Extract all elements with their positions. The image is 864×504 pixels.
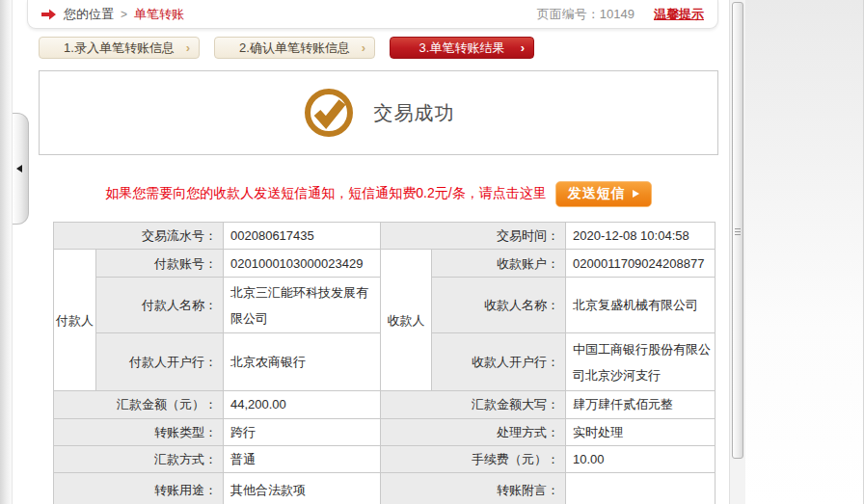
location-arrow-icon bbox=[41, 9, 56, 20]
step-tab-label: 1.录入单笔转账信息 bbox=[64, 40, 175, 57]
warm-tips-link[interactable]: 温馨提示 bbox=[654, 6, 704, 23]
transfer-step-tabs: 1.录入单笔转账信息 2.确认单笔转账信息 3.单笔转账结果 bbox=[39, 37, 534, 59]
payer-bank-value: 北京农商银行 bbox=[224, 333, 381, 391]
collapse-arrow-icon bbox=[16, 165, 22, 172]
chevron-right-icon bbox=[186, 40, 190, 53]
sms-notice-text: 如果您需要向您的收款人发送短信通知，短信通知费0.2元/条，请点击这里 bbox=[105, 185, 546, 202]
transaction-status-text: 交易成功 bbox=[374, 100, 455, 126]
table-row: 汇款方式： 普通 手续费（元）： 10.00 bbox=[54, 445, 716, 472]
payee-bank-value: 中国工商银行股份有限公司北京沙河支行 bbox=[566, 333, 716, 391]
transfer-type-value: 跨行 bbox=[224, 418, 381, 445]
fee-label: 手续费（元）： bbox=[381, 445, 566, 472]
page-number-label: 页面编号：10149 bbox=[537, 6, 634, 23]
sms-notice-row: 如果您需要向您的收款人发送短信通知，短信通知费0.2元/条，请点击这里 发送短信 bbox=[39, 179, 718, 208]
amount-label: 汇款金额（元）： bbox=[54, 391, 224, 418]
payer-account-label: 付款账号： bbox=[96, 250, 224, 278]
purpose-label: 转账用途： bbox=[54, 473, 224, 504]
fee-value: 10.00 bbox=[566, 445, 716, 472]
payer-account-value: 0201000103000023429 bbox=[224, 250, 381, 278]
success-check-icon bbox=[303, 87, 355, 139]
step-tab-label: 2.确认单笔转账信息 bbox=[239, 40, 350, 57]
payer-group-header: 付款人 bbox=[54, 250, 96, 391]
amount-words-label: 汇款金额大写： bbox=[381, 391, 566, 418]
process-mode-value: 实时处理 bbox=[566, 418, 716, 445]
remit-method-label: 汇款方式： bbox=[54, 445, 224, 472]
sidebar-collapse-handle[interactable] bbox=[13, 113, 29, 225]
scrollbar-grip-icon bbox=[735, 226, 741, 237]
amount-value: 44,200.00 bbox=[224, 391, 381, 418]
payer-name-label: 付款人名称： bbox=[96, 278, 224, 333]
scrollbar-thumb[interactable] bbox=[732, 2, 743, 459]
payee-bank-label: 收款人开户行： bbox=[432, 333, 566, 391]
right-gutter bbox=[745, 0, 864, 504]
step-tab-label: 3.单笔转账结果 bbox=[419, 40, 505, 57]
step-tab-result[interactable]: 3.单笔转账结果 bbox=[390, 37, 534, 59]
breadcrumb: 您的位置 > 单笔转账 页面编号：10149 温馨提示 bbox=[27, 0, 718, 29]
payee-account-value: 0200011709024208877 bbox=[566, 250, 716, 278]
chevron-right-icon bbox=[362, 40, 365, 53]
remit-method-value: 普通 bbox=[224, 445, 381, 472]
time-value: 2020-12-08 10:04:58 bbox=[566, 223, 716, 250]
transfer-type-label: 转账类型： bbox=[54, 418, 224, 445]
purpose-value: 其他合法款项 bbox=[224, 473, 381, 504]
transaction-result-panel: 交易成功 bbox=[39, 70, 718, 155]
transfer-detail-table: 交易流水号： 002080617435 交易时间： 2020-12-08 10:… bbox=[53, 222, 716, 504]
send-sms-button[interactable]: 发送短信 bbox=[555, 181, 652, 207]
breadcrumb-current-page: 单笔转账 bbox=[134, 6, 184, 23]
table-row: 转账类型： 跨行 处理方式： 实时处理 bbox=[54, 418, 716, 445]
serial-label: 交易流水号： bbox=[54, 223, 224, 250]
serial-value: 002080617435 bbox=[224, 223, 381, 250]
table-row: 付款人 付款账号： 0201000103000023429 收款人 收款账户： … bbox=[54, 250, 716, 278]
breadcrumb-separator: > bbox=[121, 8, 127, 21]
process-mode-label: 处理方式： bbox=[381, 418, 566, 445]
step-tab-confirm[interactable]: 2.确认单笔转账信息 bbox=[214, 37, 375, 59]
table-row: 汇款金额（元）： 44,200.00 汇款金额大写： 肆万肆仟贰佰元整 bbox=[54, 391, 716, 418]
table-row: 转账用途： 其他合法款项 转账附言： bbox=[54, 473, 716, 504]
amount-words-value: 肆万肆仟贰佰元整 bbox=[566, 391, 716, 418]
payer-name-value: 北京三汇能环科技发展有限公司 bbox=[224, 278, 381, 333]
chevron-right-icon bbox=[521, 40, 525, 53]
collapsed-sidebar-edge bbox=[0, 0, 13, 504]
send-sms-button-label: 发送短信 bbox=[568, 185, 626, 202]
payee-account-label: 收款账户： bbox=[432, 250, 566, 278]
payee-group-header: 收款人 bbox=[381, 250, 432, 391]
step-tab-input[interactable]: 1.录入单笔转账信息 bbox=[39, 37, 200, 59]
breadcrumb-location-label: 您的位置 bbox=[64, 6, 114, 23]
postscript-label: 转账附言： bbox=[381, 473, 566, 504]
play-arrow-icon bbox=[633, 190, 639, 198]
payer-bank-label: 付款人开户行： bbox=[96, 333, 224, 391]
vertical-scrollbar[interactable] bbox=[729, 0, 745, 504]
table-row: 交易流水号： 002080617435 交易时间： 2020-12-08 10:… bbox=[54, 223, 716, 250]
postscript-value bbox=[566, 473, 716, 504]
payee-name-label: 收款人名称： bbox=[432, 278, 566, 333]
time-label: 交易时间： bbox=[381, 223, 566, 250]
payee-name-value: 北京复盛机械有限公司 bbox=[566, 278, 716, 333]
